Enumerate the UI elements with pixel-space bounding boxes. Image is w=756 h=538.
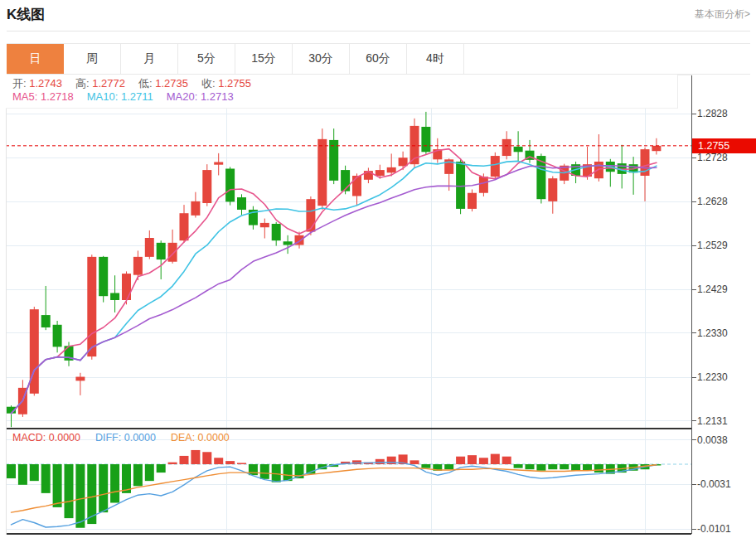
axis-tick-label: 1.2828 (697, 107, 728, 120)
ma-legend-item: MA10: 1.2711 (87, 90, 153, 103)
ma-legend-row: MA5: 1.2718MA10: 1.2711MA20: 1.2713 (12, 90, 677, 104)
tab-月[interactable]: 月 (121, 44, 178, 74)
ohlc-item: 收: 1.2755 (201, 77, 251, 90)
current-price-flag: 1.2755 (692, 138, 756, 153)
axis-tick-label: 1.2230 (697, 371, 728, 384)
axis-tick-label: 1.2330 (697, 327, 728, 340)
ohlc-value: 1.2743 (27, 77, 62, 90)
axis-tick-label: 1.2131 (697, 414, 728, 428)
axis-tick-label: 1.2529 (697, 239, 728, 252)
page-title: K线图 (7, 5, 45, 24)
tab-30分[interactable]: 30分 (293, 44, 350, 74)
ohlc-ma-legend: 开: 1.2743高: 1.2772低: 1.2735收: 1.2755 MA5… (6, 75, 678, 109)
header-divider (7, 31, 750, 32)
axis-tick-label: -0.0101 (697, 522, 731, 536)
macd-legend: MACD: 0.0000DIFF: 0.0000DEA: 0.0000 (12, 432, 245, 444)
tab-周[interactable]: 周 (64, 44, 121, 74)
ma-legend-item: MA20: 1.2713 (167, 90, 234, 103)
ohlc-label: 高: (75, 77, 90, 90)
ohlc-item: 高: 1.2772 (75, 77, 125, 90)
ohlc-value: 1.2735 (153, 77, 188, 90)
axis-tick-label: 1.2429 (697, 283, 728, 296)
tab-60分[interactable]: 60分 (350, 44, 407, 74)
ohlc-legend-row: 开: 1.2743高: 1.2772低: 1.2735收: 1.2755 (12, 77, 677, 90)
chart-border-left (6, 75, 7, 535)
kline-chart-canvas[interactable] (6, 75, 751, 536)
interval-tabbar: 日周月5分15分30分60分4时 (7, 43, 750, 75)
ohlc-value: 1.2772 (90, 77, 125, 90)
axis-tick-label: 0.0038 (697, 434, 728, 447)
ohlc-label: 开: (12, 77, 27, 90)
kline-app: K线图 基本面分析> 日周月5分15分30分60分4时 开: 1.2743高: … (0, 0, 756, 538)
chart-area: 开: 1.2743高: 1.2772低: 1.2735收: 1.2755 MA5… (6, 75, 751, 536)
macd-legend-item-macd: MACD: 0.0000 (12, 432, 80, 443)
fundamental-analysis-link[interactable]: 基本面分析> (695, 7, 750, 22)
axis-tick-label: 1.2628 (697, 195, 728, 208)
ohlc-item: 开: 1.2743 (12, 77, 62, 90)
tab-15分[interactable]: 15分 (235, 44, 293, 74)
tab-日[interactable]: 日 (7, 44, 64, 74)
axis-tick-label: -0.0031 (697, 477, 731, 491)
ohlc-value: 1.2755 (216, 77, 251, 90)
tab-4时[interactable]: 4时 (407, 44, 464, 74)
ma-legend-item: MA5: 1.2718 (12, 90, 74, 103)
ohlc-label: 收: (201, 77, 216, 90)
macd-legend-item-diff: DIFF: 0.0000 (95, 432, 156, 443)
tab-5分[interactable]: 5分 (178, 44, 235, 74)
ohlc-item: 低: 1.2735 (138, 77, 188, 90)
macd-legend-item-dea: DEA: 0.0000 (171, 432, 230, 443)
ohlc-label: 低: (138, 77, 153, 90)
